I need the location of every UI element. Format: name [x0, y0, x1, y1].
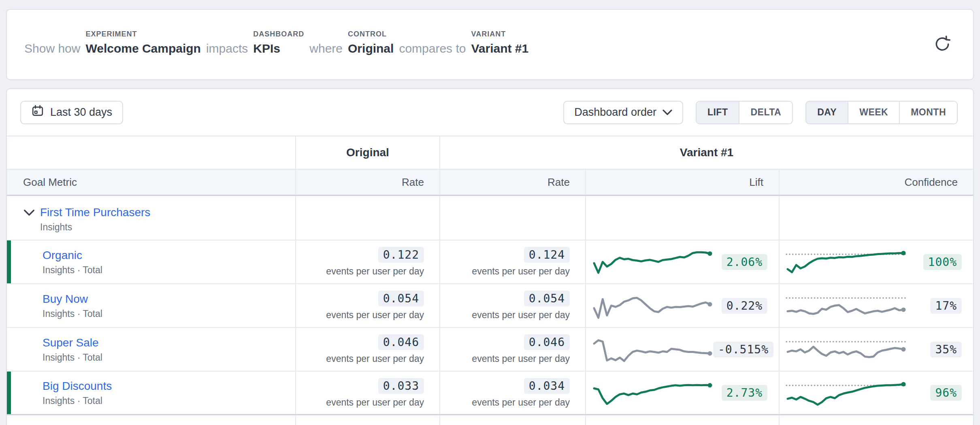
toggle-delta[interactable]: DELTA [739, 102, 792, 123]
empty-cell [586, 196, 780, 240]
table-row-organic: Organic Insights · Total 0.122 events pe… [7, 240, 973, 284]
confidence-sparkline [785, 334, 907, 365]
refresh-icon [933, 35, 952, 55]
control-rate-cell: 0.046 events per user per day [296, 328, 440, 371]
date-range-button[interactable]: Last 30 days [20, 101, 123, 124]
date-range-label: Last 30 days [50, 106, 112, 119]
empty-cell [440, 415, 586, 425]
table-row-super-sale: Super Sale Insights · Total 0.046 events… [7, 328, 973, 372]
experiment-sentence: Show how EXPERIMENT Welcome Campaign imp… [7, 10, 973, 56]
sentence-where: where [309, 41, 343, 56]
metric-source: Insights · Total [43, 352, 102, 363]
rate-unit: events per user per day [472, 310, 570, 321]
variant-value[interactable]: Variant #1 [471, 41, 528, 56]
lift-value: -0.515% [713, 342, 773, 357]
dashboard-value[interactable]: KPIs [253, 41, 280, 56]
variant-header-row: Original Variant #1 [7, 136, 973, 170]
granularity-toggle: DAY WEEK MONTH [805, 101, 958, 124]
rate-value: 0.034 [524, 378, 570, 394]
experiment-selector[interactable]: EXPERIMENT Welcome Campaign [85, 30, 201, 56]
chevron-down-icon [663, 106, 672, 119]
sentence-compares: compares to [399, 41, 466, 56]
col-confidence: Confidence [780, 170, 973, 195]
toggle-day[interactable]: DAY [806, 102, 848, 123]
rate-value: 0.054 [378, 291, 424, 306]
toolbar: Last 30 days Dashboard order LIFT DELTA … [7, 89, 973, 136]
group-name-link[interactable]: First Time Purchasers [40, 206, 150, 219]
rate-unit: events per user per day [472, 397, 570, 408]
rate-unit: events per user per day [326, 397, 424, 408]
rate-value: 0.046 [378, 334, 424, 350]
control-column-header: Original [296, 136, 440, 169]
control-label: CONTROL [348, 30, 387, 38]
rate-unit: events per user per day [326, 266, 424, 277]
dashboard-selector[interactable]: DASHBOARD KPIs [253, 30, 304, 56]
calendar-icon [31, 104, 44, 120]
control-value[interactable]: Original [348, 41, 394, 56]
empty-cell [296, 196, 440, 240]
metric-name-link[interactable]: Organic [43, 249, 102, 262]
metric-name-link[interactable]: Super Sale [43, 336, 102, 350]
sentence-impacts: impacts [206, 41, 248, 56]
confidence-value: 100% [923, 254, 962, 270]
experiment-header-card: Show how EXPERIMENT Welcome Campaign imp… [6, 9, 974, 80]
lift-sparkline [592, 290, 713, 321]
dashboard-label: DASHBOARD [253, 30, 304, 38]
toggle-week[interactable]: WEEK [848, 102, 900, 123]
results-card: Last 30 days Dashboard order LIFT DELTA … [6, 88, 974, 425]
chevron-down-icon [23, 212, 35, 218]
rate-unit: events per user per day [326, 353, 424, 364]
confidence-value: 17% [930, 298, 962, 314]
empty-cell [586, 415, 780, 425]
rate-value: 0.046 [524, 334, 570, 350]
goal-cell: Super Sale Insights · Total [7, 328, 296, 371]
goal-cell: Organic Insights · Total [7, 240, 296, 283]
goal-cell: Big Discounts Insights · Total [7, 372, 296, 414]
results-table: Original Variant #1 Goal Metric Rate Rat… [7, 136, 973, 425]
toolbar-right: Dashboard order LIFT DELTA DAY WEEK MONT… [563, 101, 958, 124]
toggle-month[interactable]: MONTH [900, 102, 957, 123]
col-lift: Lift [586, 170, 780, 195]
control-rate-cell: 0.054 events per user per day [296, 284, 440, 327]
experiment-value[interactable]: Welcome Campaign [85, 41, 201, 56]
group-goal-cell: First Time Purchasers Insights [7, 196, 296, 240]
dashboard-order-dropdown[interactable]: Dashboard order [563, 101, 683, 124]
partial-next-row [7, 415, 973, 425]
variant-rate-cell: 0.054 events per user per day [440, 284, 586, 327]
control-selector[interactable]: CONTROL Original [348, 30, 394, 56]
confidence-value: 96% [930, 385, 962, 401]
empty-cell [780, 415, 973, 425]
empty-cell [296, 415, 440, 425]
col-control-rate: Rate [296, 170, 440, 195]
refresh-button[interactable] [933, 35, 952, 54]
confidence-cell: 35% [780, 328, 973, 371]
metric-name-link[interactable]: Big Discounts [43, 379, 112, 393]
rate-unit: events per user per day [326, 310, 424, 321]
confidence-cell: 17% [780, 284, 973, 327]
variant-rate-cell: 0.046 events per user per day [440, 328, 586, 371]
confidence-sparkline [785, 246, 907, 278]
rate-value: 0.124 [524, 247, 570, 263]
confidence-sparkline [785, 290, 907, 321]
collapse-group-button[interactable] [22, 209, 36, 218]
col-variant-rate: Rate [440, 170, 586, 195]
lift-value: 2.06% [722, 254, 767, 270]
experiment-label: EXPERIMENT [85, 30, 137, 38]
group-source: Insights [40, 222, 150, 233]
variant-selector[interactable]: VARIANT Variant #1 [471, 30, 528, 56]
lift-cell: 2.73% [586, 372, 780, 414]
significance-indicator [7, 240, 11, 283]
col-goal-metric: Goal Metric [7, 170, 296, 195]
empty-cell [780, 196, 973, 240]
table-row-big-discounts: Big Discounts Insights · Total 0.033 eve… [7, 372, 973, 415]
variant-column-header: Variant #1 [440, 136, 973, 169]
variant-rate-cell: 0.034 events per user per day [440, 372, 586, 414]
metric-name-link[interactable]: Buy Now [43, 292, 102, 306]
control-rate-cell: 0.122 events per user per day [296, 240, 440, 283]
significance-indicator [7, 372, 11, 414]
rate-value: 0.054 [524, 291, 570, 306]
column-header-row: Goal Metric Rate Rate Lift Confidence [7, 170, 973, 196]
toggle-lift[interactable]: LIFT [697, 102, 740, 123]
lift-sparkline [592, 377, 713, 409]
metric-group-row: First Time Purchasers Insights [7, 196, 973, 240]
